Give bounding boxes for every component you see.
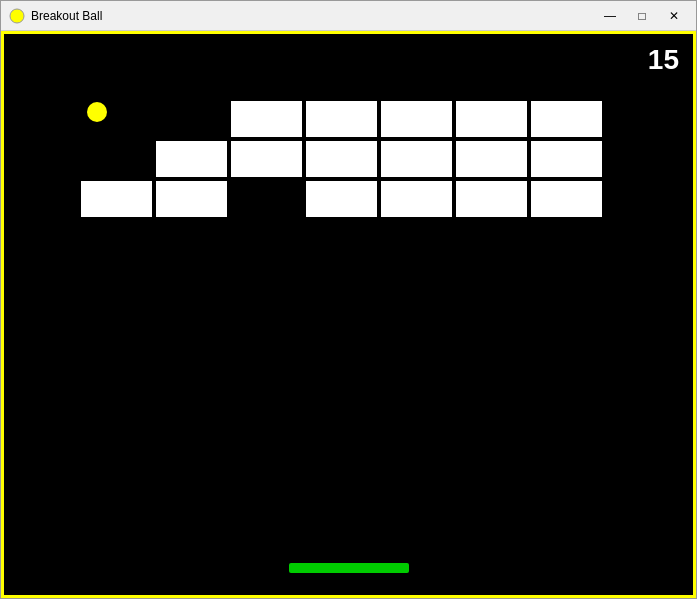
brick [79, 179, 154, 219]
brick [154, 179, 229, 219]
brick [379, 139, 454, 179]
brick [454, 139, 529, 179]
window-title: Breakout Ball [31, 9, 596, 23]
score-display: 15 [648, 44, 679, 76]
brick [454, 179, 529, 219]
paddle [289, 563, 409, 573]
app-window: Breakout Ball — □ ✕ 15 [0, 0, 697, 599]
brick [79, 99, 154, 139]
brick [379, 179, 454, 219]
brick [154, 99, 229, 139]
bricks-container [79, 99, 604, 219]
brick [529, 99, 604, 139]
brick-row-3 [79, 179, 604, 219]
brick [529, 179, 604, 219]
maximize-button[interactable]: □ [628, 6, 656, 26]
brick [529, 139, 604, 179]
brick-row-2 [79, 139, 604, 179]
minimize-button[interactable]: — [596, 6, 624, 26]
brick [304, 99, 379, 139]
close-button[interactable]: ✕ [660, 6, 688, 26]
brick [229, 179, 304, 219]
brick [379, 99, 454, 139]
game-area: 15 [1, 31, 696, 598]
svg-point-0 [10, 9, 24, 23]
window-controls: — □ ✕ [596, 6, 688, 26]
brick [304, 179, 379, 219]
brick-row-1 [79, 99, 604, 139]
app-icon [9, 8, 25, 24]
brick [454, 99, 529, 139]
brick [79, 139, 154, 179]
brick [229, 99, 304, 139]
brick [304, 139, 379, 179]
title-bar: Breakout Ball — □ ✕ [1, 1, 696, 31]
brick [154, 139, 229, 179]
brick [229, 139, 304, 179]
